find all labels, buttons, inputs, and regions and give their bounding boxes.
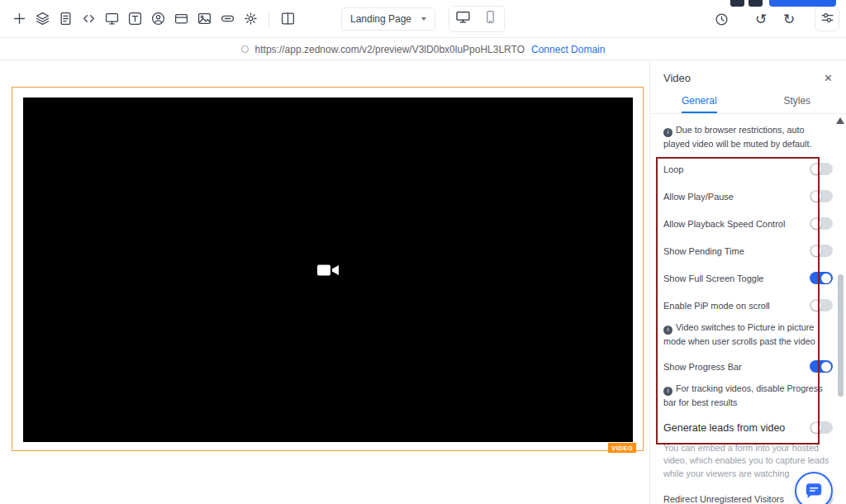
toolbar-divider [269,11,269,27]
user-button[interactable] [147,8,169,30]
button-icon [221,12,235,26]
history-button[interactable] [711,8,732,30]
generate-leads-from-video-toggle[interactable] [810,421,833,434]
setting-label: Loop [663,164,683,174]
panel-rows: LoopAllow Play/PauseAllow Playback Speed… [650,154,846,504]
form-icon [59,12,73,26]
text-button[interactable] [124,8,145,30]
tab-label: Styles [783,95,810,113]
layers-icon [36,12,50,26]
columns-button[interactable] [277,8,298,30]
desktop-icon [456,10,470,27]
card-button[interactable] [170,8,192,30]
close-icon[interactable]: ✕ [824,73,833,83]
setting-row-show-pending-time: Show Pending Time [663,237,833,264]
preview-url: https://app.zednow.com/v2/preview/V3lD0b… [255,44,525,55]
page-settings-button[interactable] [815,7,839,31]
gear-button[interactable] [240,8,261,30]
editor-canvas: VIDEO [0,61,649,504]
scrollbar-thumb[interactable] [838,274,844,397]
toolbar-left-icons [0,8,298,30]
video-element[interactable] [23,97,633,442]
cutoff-primary-button[interactable] [769,0,836,7]
setting-label: Allow Play/Pause [663,192,734,202]
sliders-icon [820,11,834,28]
redo-icon: ↻ [783,12,795,26]
cutoff-icon-button-2[interactable] [749,0,763,7]
setting-label: Redirect Unregistered Visitors [663,494,784,504]
browser-restriction-notice: iDue to browser restrictions, auto playe… [650,114,846,154]
setting-label: Show Pending Time [663,246,744,256]
enable-pip-mode-on-scroll-toggle[interactable] [810,299,833,311]
setting-label: Allow Playback Speed Control [663,219,785,229]
selected-section-outline: VIDEO [12,87,644,451]
allow-playback-speed-control-toggle[interactable] [810,217,833,230]
toolbar-center: Landing Page [341,6,505,32]
setting-label: Generate leads from video [663,422,785,434]
image-icon [197,12,212,26]
setting-row-enable-pip-mode-on-scroll: Enable PiP mode on scroll [663,292,833,319]
text-icon [128,12,142,26]
panel-tabs: GeneralStyles [650,95,846,114]
user-icon [151,12,165,26]
setting-row-allow-playback-speed-control: Allow Playback Speed Control [663,210,833,237]
show-pending-time-toggle[interactable] [810,245,833,257]
redo-button[interactable]: ↻ [778,8,800,30]
monitor-button[interactable] [101,8,122,30]
info-icon: i [663,326,673,335]
monitor-icon [105,12,119,26]
card-icon [174,12,188,26]
cutoff-icon-button-1[interactable] [730,0,744,7]
video-camera-icon [316,262,340,278]
history-icon [715,12,729,26]
setting-label: Show Progress Bar [663,362,742,372]
preview-url-bar: https://app.zednow.com/v2/preview/V3lD0b… [0,39,846,60]
allow-play-pause-toggle[interactable] [810,190,833,202]
setting-label: Show Full Screen Toggle [663,273,763,283]
show-full-screen-toggle-toggle[interactable] [810,272,833,284]
device-preview-group [449,6,505,32]
image-button[interactable] [193,8,215,30]
layers-button[interactable] [31,8,53,30]
top-toolbar: Landing Page ↺ ↻ [0,0,846,38]
tab-label: General [682,95,717,113]
setting-row-allow-play-pause: Allow Play/Pause [663,183,833,210]
scroll-up-arrow-icon[interactable] [836,117,844,124]
panel-title: Video [663,72,691,84]
desktop-preview-button[interactable] [449,7,477,31]
tab-general[interactable]: General [650,95,749,113]
show-progress-bar-toggle[interactable] [810,360,833,373]
tab-styles[interactable]: Styles [749,95,846,113]
undo-button[interactable]: ↺ [750,8,772,30]
code-button[interactable] [78,8,99,30]
preview-globe-icon [241,45,249,53]
page-selector-dropdown[interactable]: Landing Page [341,7,435,31]
setting-row-show-full-screen-toggle: Show Full Screen Toggle [663,264,833,292]
info-note: iFor tracking videos, disable Progress b… [663,380,833,414]
loop-toggle[interactable] [810,163,833,175]
video-settings-panel: Video ✕ GeneralStyles iDue to browser re… [649,61,846,504]
form-button[interactable] [55,8,76,30]
undo-icon: ↺ [755,12,767,26]
code-icon [82,12,96,26]
connect-domain-link[interactable]: Connect Domain [531,44,605,55]
chat-icon [803,480,825,502]
plus-icon [12,12,26,26]
plus-button[interactable] [8,8,30,30]
columns-icon [281,12,295,26]
info-icon: i [663,128,673,137]
setting-label: Enable PiP mode on scroll [663,301,770,311]
help-chat-button[interactable] [795,472,833,504]
gear-icon [244,12,258,26]
setting-row-generate-leads-from-video: Generate leads from video [663,414,833,442]
chevron-down-icon [421,17,426,21]
info-note: iVideo switches to Picture in picture mo… [663,319,833,353]
mobile-preview-button[interactable] [477,7,504,31]
info-icon: i [663,387,673,396]
page-selector-label: Landing Page [350,13,411,25]
setting-row-show-progress-bar: Show Progress Bar [663,353,833,380]
element-tag-badge: VIDEO [608,443,636,453]
button-button[interactable] [216,8,238,30]
mobile-icon [483,10,497,27]
setting-row-loop: Loop [663,155,833,183]
